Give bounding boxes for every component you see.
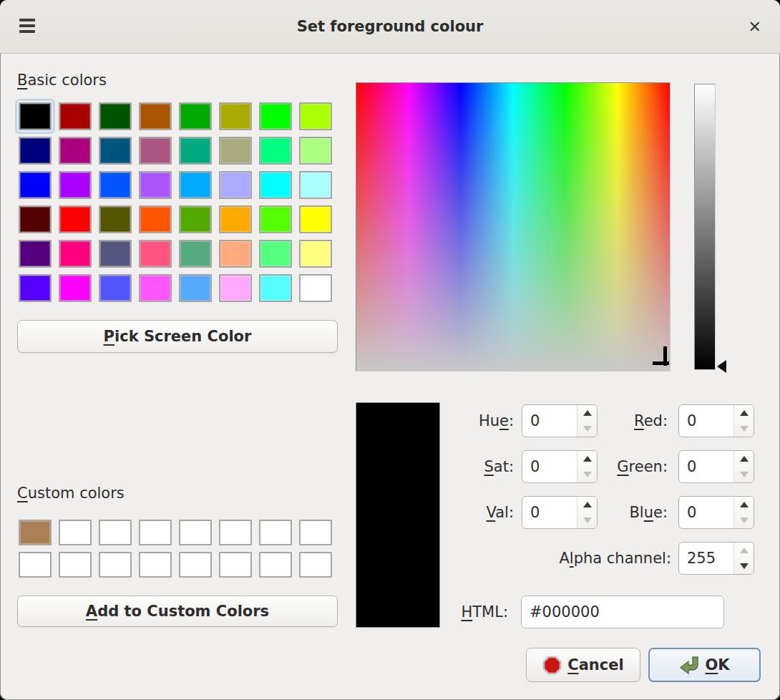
custom-color-swatch[interactable] [139,552,172,578]
custom-color-swatch[interactable] [259,520,292,545]
alpha-spinbox[interactable]: 255 [678,542,754,575]
value-slider-arrow[interactable] [717,360,726,373]
basic-color-swatch[interactable] [59,240,92,268]
custom-color-swatch[interactable] [179,552,212,578]
alpha-decrement-button[interactable] [734,558,754,574]
add-to-custom-colors-button[interactable]: Add to Custom Colors [17,596,338,627]
basic-color-swatch[interactable] [59,171,92,199]
html-color-input[interactable] [521,596,724,628]
basic-color-swatch[interactable] [219,137,252,165]
custom-color-swatch[interactable] [179,520,212,545]
value-slider[interactable] [694,84,716,370]
custom-color-swatch[interactable] [19,552,52,578]
cancel-button[interactable]: Cancel [526,648,640,682]
basic-color-swatch[interactable] [259,274,292,302]
blue-decrement-button[interactable] [734,512,754,528]
basic-color-swatch[interactable] [139,205,172,233]
custom-color-swatch[interactable] [59,520,92,545]
basic-color-swatch[interactable] [179,171,212,199]
titlebar: Set foreground colour ✕ [0,0,780,54]
basic-color-swatch[interactable] [299,137,332,165]
basic-color-swatch[interactable] [179,205,212,233]
basic-color-swatch[interactable] [299,274,332,302]
hue-sat-picker[interactable] [356,82,671,371]
close-icon[interactable]: ✕ [749,0,761,54]
custom-color-swatch[interactable] [219,552,252,578]
basic-color-swatch[interactable] [219,171,252,199]
basic-color-swatch[interactable] [139,274,172,302]
arrow-up-icon [740,548,749,553]
blue-label: Blue: [572,496,668,529]
custom-color-swatch[interactable] [99,520,132,545]
basic-color-swatch[interactable] [19,240,52,268]
basic-color-swatch[interactable] [59,274,92,302]
basic-color-swatch[interactable] [299,205,332,233]
basic-color-swatch[interactable] [299,240,332,268]
basic-color-swatch[interactable] [59,205,92,233]
basic-color-swatch[interactable] [139,240,172,268]
custom-color-swatch[interactable] [299,520,332,545]
green-increment-button[interactable] [734,451,754,467]
basic-color-swatch[interactable] [259,171,292,199]
custom-color-swatch[interactable] [259,552,292,578]
basic-color-swatch[interactable] [99,240,132,268]
red-decrement-button[interactable] [734,421,754,437]
green-value[interactable]: 0 [679,451,733,482]
ok-button[interactable]: OK [648,648,761,682]
basic-color-swatch[interactable] [259,205,292,233]
basic-color-swatch[interactable] [139,171,172,199]
pick-screen-color-button[interactable]: Pick Screen Color [17,320,338,353]
hue-value[interactable]: 0 [522,405,577,437]
red-value[interactable]: 0 [679,405,733,437]
basic-color-swatch[interactable] [59,102,92,130]
alpha-value[interactable]: 255 [679,543,733,574]
basic-color-swatch[interactable] [299,102,332,130]
basic-color-swatch[interactable] [99,274,132,302]
basic-color-swatch[interactable] [19,205,52,233]
basic-color-swatch[interactable] [219,102,252,130]
basic-color-swatch[interactable] [139,137,172,165]
ok-return-arrow-icon [679,656,699,674]
basic-color-swatch[interactable] [219,274,252,302]
basic-color-swatch[interactable] [19,102,52,130]
alpha-channel-label: Alpha channel: [429,542,671,575]
basic-color-swatch[interactable] [179,274,212,302]
alpha-increment-button[interactable] [734,543,754,558]
custom-color-swatch[interactable] [139,520,172,545]
red-label: Red: [572,404,668,437]
basic-color-swatch[interactable] [299,171,332,199]
custom-color-swatch[interactable] [59,552,92,578]
basic-color-swatch[interactable] [179,102,212,130]
green-decrement-button[interactable] [734,467,754,482]
val-value[interactable]: 0 [522,497,577,528]
red-spinbox[interactable]: 0 [678,404,754,437]
custom-color-swatch[interactable] [299,552,332,578]
sat-value[interactable]: 0 [522,451,577,482]
custom-color-swatch[interactable] [219,520,252,545]
basic-color-swatch[interactable] [99,102,132,130]
basic-color-swatch[interactable] [179,137,212,165]
html-label: HTML: [401,596,508,628]
blue-value[interactable]: 0 [679,497,733,528]
basic-color-swatch[interactable] [99,171,132,199]
basic-color-swatch[interactable] [219,240,252,268]
red-increment-button[interactable] [734,405,754,421]
basic-color-swatch[interactable] [19,171,52,199]
custom-color-swatch[interactable] [99,552,132,578]
basic-color-swatch[interactable] [19,137,52,165]
sat-label: Sat: [401,450,514,483]
blue-increment-button[interactable] [734,497,754,512]
green-spinbox[interactable]: 0 [678,450,754,483]
basic-color-swatch[interactable] [179,240,212,268]
custom-color-swatch[interactable] [19,520,52,545]
basic-color-swatch[interactable] [259,137,292,165]
basic-color-swatch[interactable] [259,102,292,130]
basic-color-swatch[interactable] [19,274,52,302]
basic-color-swatch[interactable] [99,137,132,165]
basic-color-swatch[interactable] [99,205,132,233]
blue-spinbox[interactable]: 0 [678,496,754,529]
basic-color-swatch[interactable] [259,240,292,268]
basic-color-swatch[interactable] [219,205,252,233]
basic-color-swatch[interactable] [59,137,92,165]
basic-color-swatch[interactable] [139,102,172,130]
